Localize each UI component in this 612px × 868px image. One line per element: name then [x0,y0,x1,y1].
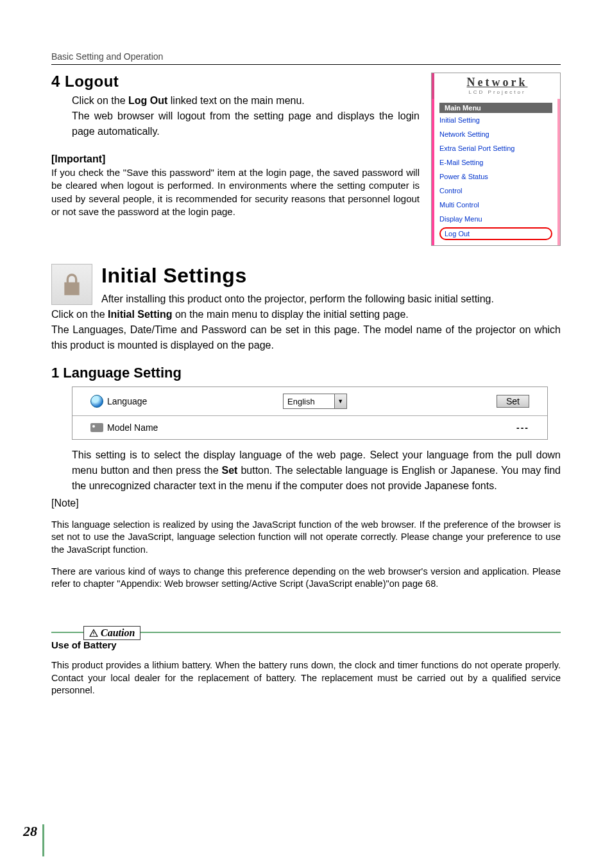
menu-item: Power & Status [439,169,552,184]
language-select[interactable]: English ▼ [283,394,347,409]
initial-p2: Click on the Initial Setting on the main… [51,307,561,322]
menu-main-label: Main Menu [439,103,552,113]
heading-language-setting: 1 Language Setting [51,365,561,381]
note-heading: [Note] [51,498,561,509]
note-p1: This language selection is realized by u… [51,519,561,557]
page-accent-bar [42,824,44,856]
menu-item: E-Mail Setting [439,155,552,169]
warning-icon [89,629,98,638]
caution-body: This product provides a lithium battery.… [51,659,561,697]
settings-panel: Language English ▼ Set Model Name --- [72,386,548,440]
menu-item: Initial Setting [439,113,552,127]
menu-item-logout-highlighted: Log Out [439,227,552,240]
note-p2: There are various kind of ways to change… [51,566,561,591]
menu-brand: Network [434,76,560,89]
logout-p1: Click on the Log Out linked text on the … [72,93,420,108]
section-label: Basic Setting and Operation [51,51,561,62]
language-label: Language [107,396,147,406]
important-heading: [Important] [51,153,420,165]
row-model-name: Model Name --- [72,416,547,439]
initial-p3: The Languages, Date/Time and Password ca… [51,322,561,353]
tag-icon [90,423,103,432]
row-language: Language English ▼ Set [72,387,547,416]
network-menu-screenshot: Network LCD Projector Main Menu Initial … [431,73,561,246]
logout-p2: The web browser will logout from the set… [72,108,420,139]
set-button[interactable]: Set [497,395,529,408]
menu-item: Display Menu [439,212,552,226]
model-name-value: --- [516,422,529,433]
caution-title: Use of Battery [51,639,561,650]
rule [51,64,561,65]
menu-item: Extra Serial Port Setting [439,141,552,155]
heading-initial-settings: Initial Settings [101,264,561,288]
page-number: 28 [23,823,37,840]
heading-logout: 4 Logout [51,73,420,91]
caution-tag: Caution [83,626,140,640]
globe-icon [90,395,103,408]
lock-icon [51,264,92,305]
menu-item: Control [439,184,552,198]
language-description: This setting is to select the display la… [72,447,561,494]
important-body: If you check the "Save this password" it… [51,166,420,218]
chevron-down-icon: ▼ [334,394,346,408]
menu-brand-sub: LCD Projector [434,89,560,95]
menu-item: Network Setting [439,127,552,141]
menu-item: Multi Control [439,198,552,212]
initial-intro: After installing this product onto the p… [101,291,561,307]
model-name-label: Model Name [107,422,158,433]
